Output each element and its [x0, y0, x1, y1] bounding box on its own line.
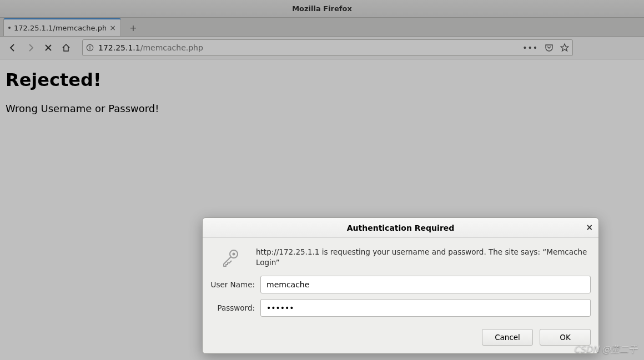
username-input[interactable]	[260, 276, 591, 293]
page-message: Wrong Username or Password!	[6, 103, 638, 114]
tab-title: 172.25.1.1/memcache.php	[14, 24, 106, 32]
tab-close-icon[interactable]: ×	[109, 23, 116, 32]
pocket-icon[interactable]	[545, 43, 554, 52]
url-host: 172.25.1.1	[98, 43, 140, 52]
browser-tab[interactable]: 172.25.1.1/memcache.php ×	[3, 18, 121, 36]
close-icon	[44, 43, 53, 52]
svg-point-1	[89, 46, 90, 47]
stop-button[interactable]	[40, 39, 57, 56]
url-path: /memcache.php	[140, 43, 203, 52]
window-title: Mozilla Firefox	[292, 4, 352, 13]
username-label: User Name:	[210, 280, 260, 289]
ok-button[interactable]: OK	[540, 329, 591, 346]
bookmark-star-icon[interactable]	[560, 43, 569, 52]
dialog-close-icon[interactable]: ×	[586, 222, 593, 232]
dialog-title: Authentication Required	[347, 224, 455, 232]
key-icon	[210, 247, 250, 267]
back-button[interactable]	[4, 39, 21, 56]
dialog-message: http://172.25.1.1 is requesting your use…	[256, 247, 591, 268]
watermark: CSDN @董二千	[573, 344, 637, 356]
svg-point-4	[233, 252, 235, 255]
password-label: Password:	[210, 303, 260, 312]
url-bar[interactable]: 172.25.1.1/memcache.php •••	[82, 39, 573, 56]
tab-bar: 172.25.1.1/memcache.php × +	[0, 18, 644, 37]
info-icon[interactable]	[86, 44, 94, 52]
svg-rect-2	[89, 47, 90, 49]
page-heading: Rejected!	[6, 69, 638, 90]
forward-button[interactable]	[22, 39, 39, 56]
home-icon	[62, 43, 71, 52]
home-button[interactable]	[58, 39, 74, 56]
new-tab-button[interactable]: +	[124, 19, 142, 36]
navigation-toolbar: 172.25.1.1/memcache.php •••	[0, 37, 644, 59]
password-input[interactable]	[260, 299, 591, 317]
cancel-button[interactable]: Cancel	[482, 329, 533, 346]
dialog-header: Authentication Required ×	[203, 218, 598, 238]
forward-icon	[26, 43, 35, 52]
page-content: Rejected! Wrong Username or Password!	[0, 59, 644, 124]
more-icon[interactable]: •••	[522, 43, 538, 52]
auth-dialog: Authentication Required × http://172.25.…	[202, 217, 599, 354]
back-icon	[8, 43, 17, 52]
window-titlebar: Mozilla Firefox	[0, 0, 644, 18]
tab-loading-indicator	[8, 27, 11, 29]
